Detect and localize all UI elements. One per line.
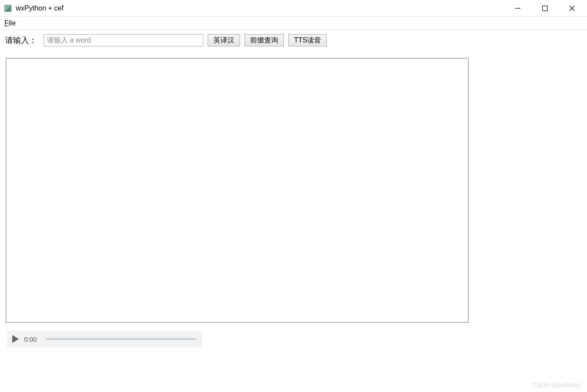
tts-button[interactable]: TTS读音 [288,34,327,46]
menu-file[interactable]: File [4,19,16,27]
window-controls [513,3,583,14]
prefix-query-button[interactable]: 前缀查询 [244,34,284,46]
maximize-button[interactable] [540,3,550,14]
window-title: wxPython + cef [16,4,513,12]
translate-button[interactable]: 英译汉 [208,34,240,46]
minimize-icon [515,5,521,11]
audio-progress[interactable] [46,338,197,340]
menu-bar: File [0,17,587,30]
toolbar: 请输入： 英译汉 前缀查询 TTS读音 [0,30,587,50]
title-bar: wxPython + cef [0,0,587,17]
input-label: 请输入： [5,35,37,46]
maximize-icon [542,5,548,11]
search-input[interactable] [44,34,203,46]
browser-content[interactable] [6,58,469,323]
audio-time: 0:00 [24,335,37,343]
audio-player: 0:00 [7,331,202,347]
svg-rect-1 [543,6,548,11]
play-icon[interactable] [12,335,19,343]
watermark-text: CSDN @belldeep [532,381,581,388]
menu-file-mnemonic: F [4,19,9,27]
close-button[interactable] [567,3,577,14]
minimize-button[interactable] [513,3,523,14]
menu-file-rest: ile [9,19,16,27]
app-icon [4,5,11,12]
close-icon [569,5,575,11]
